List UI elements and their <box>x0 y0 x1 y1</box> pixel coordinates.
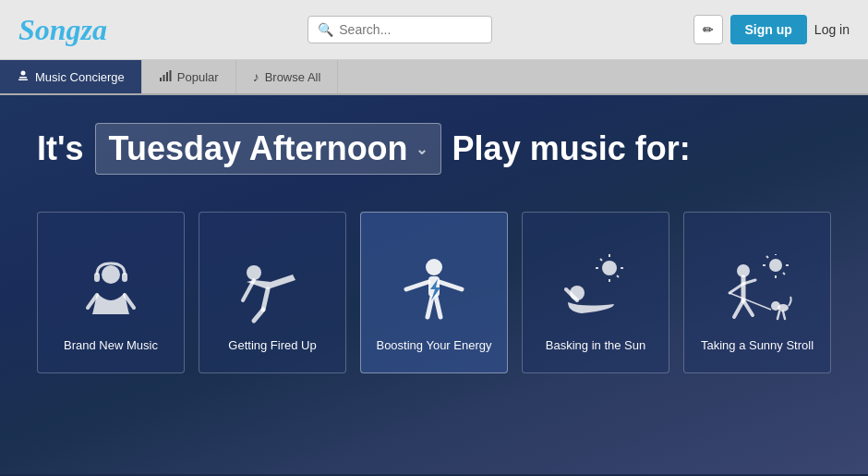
card-boosting-your-energy[interactable]: Boosting Your Energy <box>360 212 508 373</box>
card-getting-fired-up-label: Getting Fired Up <box>228 337 316 354</box>
header-actions: ✏ Sign up Log in <box>693 15 850 44</box>
concierge-icon <box>17 69 30 85</box>
svg-line-15 <box>243 280 254 300</box>
header: Songza 🔍 ✏ Sign up Log in <box>0 0 868 60</box>
note-icon: ♪ <box>253 69 259 84</box>
svg-rect-4 <box>163 75 164 81</box>
tab-music-concierge[interactable]: Music Concierge <box>0 60 142 93</box>
tab-popular-label: Popular <box>177 70 219 84</box>
its-label: It's <box>37 129 84 168</box>
chevron-down-icon: ⌄ <box>416 140 428 158</box>
svg-rect-5 <box>166 72 168 81</box>
svg-line-43 <box>743 300 753 315</box>
svg-line-28 <box>617 275 619 277</box>
bars-icon <box>159 69 172 85</box>
play-label: Play music for: <box>452 129 691 168</box>
svg-rect-6 <box>169 70 171 81</box>
tab-browse-all[interactable]: ♪ Browse All <box>236 60 339 93</box>
tab-browse-all-label: Browse All <box>265 70 321 84</box>
svg-point-7 <box>102 265 120 284</box>
card-taking-sunny-stroll[interactable]: Taking a Sunny Stroll <box>683 212 831 373</box>
card-sunny-stroll-label: Taking a Sunny Stroll <box>701 337 814 354</box>
card-brand-new-music-label: Brand New Music <box>64 337 158 354</box>
card-basking-in-the-sun[interactable]: Basking in the Sun <box>522 212 669 373</box>
nav-tabs: Music Concierge Popular ♪ Browse All <box>0 60 868 95</box>
tab-music-concierge-label: Music Concierge <box>35 70 125 84</box>
edit-button[interactable]: ✏ <box>693 15 723 44</box>
svg-line-37 <box>783 273 785 275</box>
svg-line-19 <box>440 282 462 289</box>
logo: Songza <box>18 13 107 47</box>
search-input[interactable] <box>339 22 482 37</box>
card-brand-new-music[interactable]: Brand New Music <box>37 212 185 373</box>
svg-line-14 <box>254 310 263 321</box>
card-getting-fired-up[interactable]: Getting Fired Up <box>199 212 346 373</box>
sunny-stroll-icon <box>720 254 794 328</box>
svg-rect-9 <box>122 273 127 282</box>
svg-line-47 <box>778 311 779 319</box>
login-button[interactable]: Log in <box>814 22 850 37</box>
signup-button[interactable]: Sign up <box>730 15 807 44</box>
search-box[interactable]: 🔍 <box>307 16 492 43</box>
svg-line-44 <box>729 293 771 310</box>
search-icon: 🔍 <box>318 22 333 37</box>
card-basking-sun-label: Basking in the Sun <box>546 337 645 354</box>
tab-popular[interactable]: Popular <box>142 60 236 93</box>
cards-container: Brand New Music Getting Fired Up <box>37 212 831 373</box>
svg-rect-8 <box>94 273 100 282</box>
getting-fired-up-icon <box>235 254 309 328</box>
boosting-energy-icon <box>397 254 471 328</box>
svg-rect-1 <box>19 77 27 79</box>
card-boosting-energy-label: Boosting Your Energy <box>376 337 491 354</box>
svg-line-27 <box>600 259 602 261</box>
main-content: It's Tuesday Afternoon ⌄ Play music for: <box>0 95 868 474</box>
svg-line-21 <box>436 297 440 317</box>
time-selector[interactable]: Tuesday Afternoon ⌄ <box>95 123 441 175</box>
svg-point-12 <box>247 265 261 280</box>
svg-line-48 <box>783 311 785 319</box>
svg-point-31 <box>769 259 782 272</box>
svg-line-18 <box>406 282 428 289</box>
headline: It's Tuesday Afternoon ⌄ Play music for: <box>37 123 831 175</box>
svg-line-13 <box>263 289 268 310</box>
svg-line-42 <box>734 300 743 317</box>
basking-sun-icon <box>559 254 633 328</box>
svg-rect-2 <box>18 79 28 80</box>
svg-point-16 <box>426 259 442 275</box>
brand-new-music-icon <box>74 254 148 328</box>
time-of-day: Tuesday Afternoon <box>109 129 408 168</box>
search-area: 🔍 <box>126 16 674 43</box>
svg-line-36 <box>766 256 768 258</box>
svg-point-22 <box>602 261 617 275</box>
svg-point-0 <box>21 70 26 75</box>
svg-rect-3 <box>160 78 162 81</box>
